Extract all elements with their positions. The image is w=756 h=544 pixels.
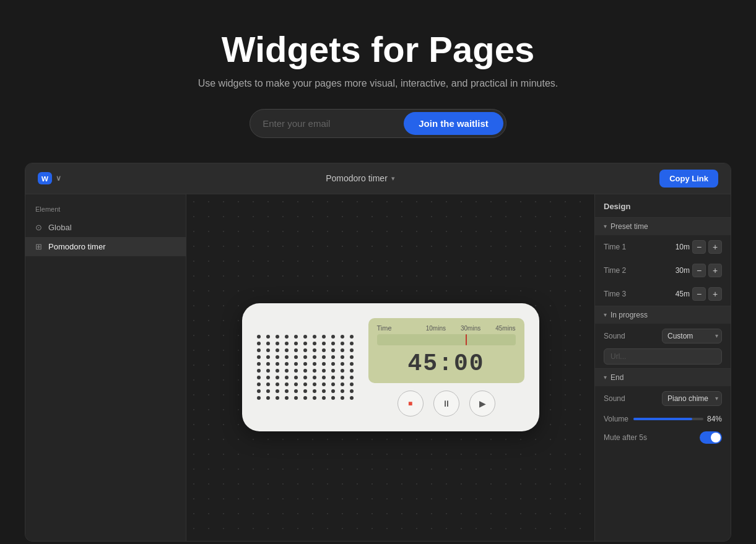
speaker-dot — [285, 342, 289, 345]
end-sound-select[interactable]: Piano chime Custom Bell — [662, 391, 722, 406]
speaker-dot — [276, 348, 279, 352]
speaker-dot — [276, 355, 279, 359]
in-progress-sound-select[interactable]: Custom Piano chime Bell — [662, 329, 722, 343]
speaker-dot — [266, 355, 270, 359]
speaker-dot — [294, 348, 298, 352]
speaker-dot — [313, 362, 316, 366]
logo[interactable]: w ∨ — [38, 172, 61, 184]
time3-decrement-button[interactable]: − — [692, 287, 706, 301]
copy-link-button[interactable]: Copy Link — [659, 170, 718, 188]
speaker-dot — [276, 396, 279, 400]
speaker-dot — [257, 335, 261, 339]
speaker-dot — [257, 369, 261, 373]
play-button[interactable]: ▶ — [469, 391, 495, 417]
speaker-dot — [341, 369, 344, 373]
speaker-dot — [341, 335, 344, 339]
time2-controls: 30m − + — [670, 264, 722, 277]
time2-decrement-button[interactable]: − — [692, 264, 706, 277]
sidebar-item-global[interactable]: ⊙ Global — [25, 218, 186, 237]
speaker-dot — [276, 335, 279, 339]
speaker-dot — [285, 348, 289, 352]
sound-url-input[interactable] — [604, 348, 722, 365]
email-input[interactable] — [263, 118, 399, 129]
end-chevron-icon: ▾ — [604, 374, 607, 381]
time2-value: 30m — [670, 266, 690, 275]
pause-icon: ⏸ — [442, 399, 451, 408]
mute-toggle-row: Mute after 5s — [595, 427, 731, 448]
speaker-dot — [341, 396, 344, 400]
end-label: End — [610, 373, 623, 382]
top-bar-title[interactable]: Pomodoro timer ▾ — [326, 173, 395, 183]
time1-increment-button[interactable]: + — [708, 240, 722, 254]
volume-percent: 84% — [707, 415, 722, 423]
speaker-dot — [341, 348, 344, 352]
speaker-dot — [294, 382, 298, 386]
pomodoro-widget: // We'll generate speaker dots via JS af… — [242, 303, 539, 431]
speaker-dot — [350, 382, 354, 386]
speaker-dot — [313, 355, 316, 359]
volume-label: Volume — [604, 415, 628, 423]
pause-button[interactable]: ⏸ — [433, 391, 459, 417]
sidebar-item-pomodoro[interactable]: ⊞ Pomodoro timer — [25, 237, 186, 256]
time-label: Time — [377, 324, 392, 332]
speaker-dot — [350, 335, 354, 339]
mute-toggle[interactable] — [700, 431, 722, 444]
speaker-dot — [331, 362, 335, 366]
time2-increment-button[interactable]: + — [708, 264, 722, 277]
speaker-dot — [257, 376, 261, 379]
join-waitlist-button[interactable]: Join the waitlist — [404, 112, 503, 135]
speaker-dot — [341, 389, 344, 393]
hero-section: Widgets for Pages Use widgets to make yo… — [0, 0, 756, 163]
speaker-dot — [303, 382, 307, 386]
speaker-dot — [313, 389, 316, 393]
speaker-dot — [266, 376, 270, 379]
time3-controls: 45m − + — [670, 287, 722, 301]
end-sound-select-wrapper: Piano chime Custom Bell — [662, 391, 722, 406]
speaker-dot — [285, 335, 289, 339]
time3-increment-button[interactable]: + — [708, 287, 722, 301]
mark-10: 10mins — [426, 325, 446, 332]
volume-fill — [633, 418, 692, 420]
canvas-area: // We'll generate speaker dots via JS af… — [186, 194, 594, 541]
logo-chevron-icon: ∨ — [56, 174, 61, 183]
speaker-dot — [313, 348, 316, 352]
section-in-progress[interactable]: ▾ In progress — [595, 306, 731, 324]
speaker-dot — [294, 389, 298, 393]
speaker-dot — [266, 335, 270, 339]
speaker-dot — [303, 369, 307, 373]
in-progress-sound-row: Sound Custom Piano chime Bell — [595, 324, 731, 348]
pomodoro-icon: ⊞ — [35, 242, 42, 251]
speaker-dot — [331, 376, 335, 379]
time1-decrement-button[interactable]: − — [692, 240, 706, 254]
speaker-dot — [341, 355, 344, 359]
speaker-dot — [285, 355, 289, 359]
section-end[interactable]: ▾ End — [595, 368, 731, 386]
speaker-dot — [257, 362, 261, 366]
speaker-dot — [331, 348, 335, 352]
speaker-dot — [257, 389, 261, 393]
design-panel: Design ▾ Preset time Time 1 10m − + Time… — [594, 194, 731, 541]
speaker-dot — [322, 382, 326, 386]
volume-slider-container: 84% — [633, 415, 722, 423]
speaker-dot — [266, 382, 270, 386]
speaker-dot — [341, 362, 344, 366]
time3-label: Time 3 — [604, 290, 626, 298]
sidebar-section-label: Element — [25, 202, 186, 218]
speaker-dot — [285, 396, 289, 400]
speaker-dot — [350, 376, 354, 379]
title-chevron-icon: ▾ — [391, 175, 395, 183]
speaker-dot — [257, 355, 261, 359]
speaker-dot — [322, 396, 326, 400]
speaker-dot — [331, 369, 335, 373]
volume-row: Volume 84% — [595, 411, 731, 427]
play-icon: ▶ — [479, 399, 486, 408]
global-icon: ⊙ — [35, 223, 42, 232]
speaker-dot — [322, 369, 326, 373]
section-preset-time[interactable]: ▾ Preset time — [595, 217, 731, 235]
stop-button[interactable]: ■ — [398, 391, 424, 417]
speaker-dot — [350, 369, 354, 373]
progress-indicator — [466, 334, 467, 345]
speaker-dot — [294, 362, 298, 366]
speaker-dot — [303, 335, 307, 339]
volume-slider[interactable] — [633, 418, 703, 420]
